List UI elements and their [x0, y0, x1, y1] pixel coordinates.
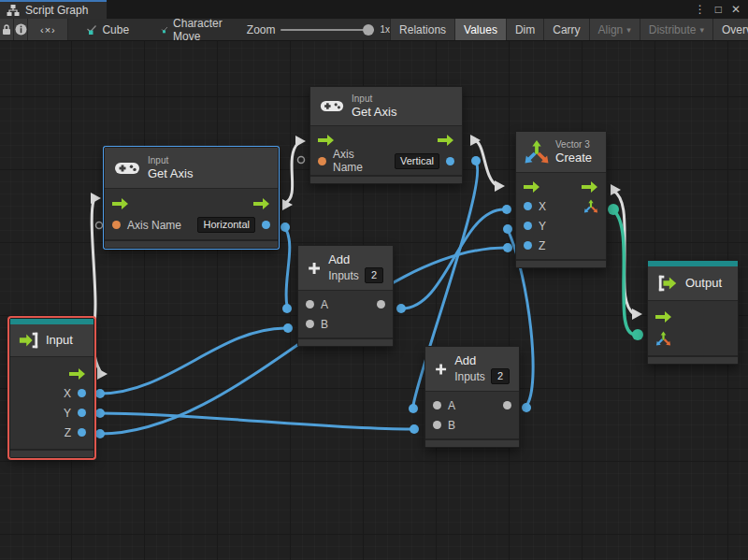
lock-button[interactable]: [0, 19, 14, 40]
plus-icon: [435, 358, 447, 381]
node-title: Add: [454, 353, 510, 368]
z-label: Z: [539, 239, 545, 252]
breadcrumb-character-move[interactable]: Character Move: [155, 19, 232, 40]
flow-out-port[interactable]: [438, 135, 454, 146]
more-menu-icon[interactable]: ⋮: [695, 3, 706, 16]
maximize-icon[interactable]: □: [715, 3, 722, 16]
axis-name-field[interactable]: Vertical: [395, 153, 439, 169]
add-b-label: B: [448, 419, 455, 432]
node-header[interactable]: Vector 3 Create: [516, 132, 606, 173]
node-header[interactable]: Output: [648, 266, 738, 301]
inputs-count-field[interactable]: 2: [365, 267, 383, 283]
wire-flow-getaxis-h-to-getaxis-v[interactable]: [285, 143, 298, 203]
node-footer: [105, 239, 278, 248]
script-graph-window: Script Graph ⋮ □ ✕ ‹×›: [0, 0, 748, 560]
dim-label: Dim: [515, 23, 535, 36]
node-footer: [425, 438, 519, 447]
tab-bar: Script Graph ⋮ □ ✕: [0, 0, 748, 19]
add-out-port[interactable]: [377, 300, 385, 309]
values-toggle[interactable]: Values: [454, 19, 506, 40]
close-icon[interactable]: ✕: [731, 3, 741, 16]
flow-out-port[interactable]: [69, 368, 86, 380]
carry-label: Carry: [553, 23, 580, 36]
node-footer: [648, 355, 738, 364]
chevron-down-icon: ▾: [626, 25, 631, 35]
node-header[interactable]: Add Inputs 2: [425, 347, 519, 392]
node-graph-output[interactable]: Output: [647, 260, 739, 365]
node-footer: [298, 337, 393, 346]
axis-name-label: Axis Name: [333, 148, 381, 174]
add-b-port[interactable]: [433, 421, 441, 429]
axis-name-port[interactable]: [318, 157, 326, 165]
add-b-port[interactable]: [306, 320, 314, 328]
edit-code-button[interactable]: ‹×›: [28, 19, 68, 40]
y-label: Y: [64, 407, 71, 420]
distribute-label: Distribute: [649, 23, 697, 36]
axis-name-port[interactable]: [112, 221, 121, 229]
breadcrumb-cube[interactable]: Cube: [80, 19, 135, 40]
node-add-1[interactable]: Add Inputs 2 A B: [297, 245, 394, 347]
zoom-slider-handle[interactable]: [363, 24, 374, 36]
node-get-axis-horizontal[interactable]: Input Get Axis Axis Name Horizontal: [104, 147, 279, 249]
add-b-label: B: [321, 318, 328, 331]
node-graph-input[interactable]: Input X Y Z: [9, 318, 94, 458]
z-out-port[interactable]: [78, 428, 86, 437]
relations-toggle[interactable]: Relations: [390, 19, 454, 40]
node-footer: [310, 175, 462, 183]
vector3-icon: [524, 139, 550, 165]
flow-out-port[interactable]: [253, 198, 270, 209]
node-category: Vector 3: [555, 138, 592, 151]
wire-getaxis-h-to-add1-a[interactable]: [285, 228, 290, 306]
distribute-dropdown[interactable]: Distribute ▾: [640, 19, 712, 40]
flow-in-port[interactable]: [318, 135, 335, 146]
graph-unit-icon: [161, 24, 168, 36]
x-port[interactable]: [524, 202, 532, 210]
flow-in-port[interactable]: [524, 181, 540, 193]
relations-label: Relations: [399, 23, 446, 36]
wire-input-x-to-add1-b[interactable]: [100, 328, 285, 394]
dim-toggle[interactable]: Dim: [506, 19, 543, 40]
carry-toggle[interactable]: Carry: [543, 19, 588, 40]
x-out-port[interactable]: [78, 389, 86, 397]
z-port[interactable]: [524, 241, 532, 250]
node-get-axis-vertical[interactable]: Input Get Axis Axis Name Vertical: [309, 86, 463, 184]
zoom-slider[interactable]: [280, 29, 374, 31]
wire-add1-to-vector3-x[interactable]: [402, 209, 504, 309]
flow-in-port[interactable]: [655, 311, 672, 323]
axis-name-label: Axis Name: [127, 219, 181, 232]
align-dropdown[interactable]: Align ▾: [589, 19, 640, 40]
value-out-port[interactable]: [262, 221, 270, 229]
axis-name-field[interactable]: Horizontal: [197, 217, 255, 233]
inputs-count-field[interactable]: 2: [491, 368, 510, 384]
node-header[interactable]: Input Get Axis: [310, 87, 462, 126]
node-title: Get Axis: [352, 105, 396, 120]
info-icon: [15, 23, 27, 36]
node-footer: [10, 449, 94, 457]
add-out-port[interactable]: [503, 401, 511, 409]
breadcrumb-character-move-label: Character Move: [173, 17, 226, 43]
node-footer: [516, 259, 606, 267]
x-label: X: [64, 387, 71, 400]
graph-output-icon: [656, 273, 679, 294]
vector3-out-port[interactable]: [583, 199, 598, 214]
info-button[interactable]: [14, 19, 28, 40]
y-port[interactable]: [524, 222, 532, 230]
overview-label: Overv: [722, 23, 748, 36]
node-header[interactable]: Add Inputs 2: [298, 246, 393, 291]
overview-button[interactable]: Overv: [712, 19, 748, 40]
tab-script-graph[interactable]: Script Graph: [0, 0, 107, 19]
inputs-label: Inputs: [454, 370, 485, 383]
node-vector3-create[interactable]: Vector 3 Create X Y: [515, 131, 607, 268]
y-out-port[interactable]: [78, 409, 86, 417]
add-a-port[interactable]: [433, 401, 441, 409]
flow-in-port[interactable]: [112, 198, 129, 209]
vector3-in-port[interactable]: [655, 331, 671, 347]
value-out-port[interactable]: [446, 157, 454, 165]
node-header[interactable]: Input Get Axis: [105, 148, 278, 189]
node-header[interactable]: Input: [10, 324, 94, 357]
add-a-port[interactable]: [306, 300, 314, 309]
flow-out-port[interactable]: [582, 181, 598, 193]
node-title: Add: [328, 252, 383, 267]
node-add-2[interactable]: Add Inputs 2 A B: [424, 346, 520, 448]
chevron-down-icon: ▾: [699, 25, 704, 35]
